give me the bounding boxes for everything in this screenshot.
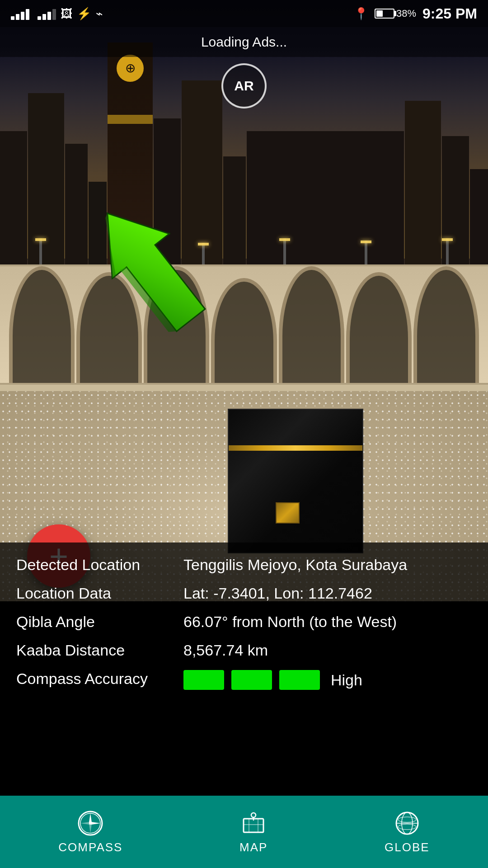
charge-icon: ⚡ (77, 7, 91, 21)
status-bar: 🖼 ⚡ ⌁ 📍 38% 9:25 PM (0, 0, 488, 27)
nav-item-globe[interactable]: GLOBE (385, 810, 430, 854)
location-data-row: Location Data Lat: -7.3401, Lon: 112.746… (16, 585, 472, 602)
detected-location-value: Tenggilis Mejoyo, Kota Surabaya (183, 556, 472, 574)
battery-percent: 38% (396, 8, 416, 19)
kaaba-distance-label: Kaaba Distance (16, 642, 183, 659)
location-data-value: Lat: -7.3401, Lon: 112.7462 (183, 585, 472, 602)
nav-item-compass[interactable]: COMPASS (58, 810, 122, 854)
usb-icon: ⌁ (96, 7, 103, 21)
kaaba (228, 409, 363, 553)
svg-point-9 (89, 822, 92, 825)
kaaba-distance-row: Kaaba Distance 8,567.74 km (16, 642, 472, 659)
gallery-icon: 🖼 (61, 7, 72, 21)
accuracy-bars: High (183, 670, 362, 690)
ad-loading-bar: Loading Ads... (0, 27, 488, 57)
bottom-navigation: COMPASS MAP GLOBE (0, 796, 488, 868)
accuracy-bar-3 (279, 670, 320, 690)
signal-bars-2 (38, 7, 56, 20)
accuracy-value: High (331, 671, 362, 689)
status-time: 9:25 PM (422, 5, 477, 22)
kaaba-gold-band (229, 445, 362, 451)
svg-point-20 (398, 824, 416, 830)
status-right: 📍 38% 9:25 PM (354, 5, 477, 22)
direction-arrow (45, 194, 253, 339)
qibla-angle-label: Qibla Angle (16, 613, 183, 631)
kaaba-container (210, 382, 381, 553)
accuracy-bar-2 (231, 670, 272, 690)
qibla-angle-row: Qibla Angle 66.07° from North (to the We… (16, 613, 472, 631)
ad-loading-text: Loading Ads... (201, 34, 287, 49)
kaaba-door (276, 502, 300, 524)
svg-marker-0 (79, 194, 220, 339)
nav-map-label: MAP (239, 840, 267, 854)
battery-fill (376, 10, 383, 17)
compass-accuracy-row: Compass Accuracy High (16, 670, 472, 690)
battery-tip (394, 11, 396, 16)
ar-label: AR (234, 78, 253, 94)
nav-globe-label: GLOBE (385, 840, 430, 854)
ar-button[interactable]: AR (221, 63, 267, 108)
globe-icon (394, 810, 421, 837)
svg-point-14 (251, 813, 256, 817)
info-panel: Detected Location Tenggilis Mejoyo, Kota… (0, 542, 488, 796)
location-icon: 📍 (354, 7, 368, 21)
location-data-label: Location Data (16, 585, 183, 602)
svg-rect-10 (244, 819, 263, 832)
detected-location-row: Detected Location Tenggilis Mejoyo, Kota… (16, 556, 472, 574)
battery-container: 38% (375, 8, 416, 19)
signal-bars-1 (11, 7, 29, 20)
battery-body (375, 9, 394, 19)
nav-compass-label: COMPASS (58, 840, 122, 854)
kaaba-distance-value: 8,567.74 km (183, 642, 472, 659)
detected-location-label: Detected Location (16, 556, 183, 574)
compass-accuracy-label: Compass Accuracy (16, 670, 183, 688)
direction-arrow-container (45, 194, 253, 339)
compass-icon (77, 810, 104, 837)
nav-item-map[interactable]: MAP (239, 810, 267, 854)
map-icon (240, 810, 267, 837)
accuracy-bar-1 (183, 670, 224, 690)
svg-point-19 (398, 817, 416, 822)
qibla-angle-value: 66.07° from North (to the West) (183, 613, 472, 631)
status-left: 🖼 ⚡ ⌁ (11, 7, 103, 21)
